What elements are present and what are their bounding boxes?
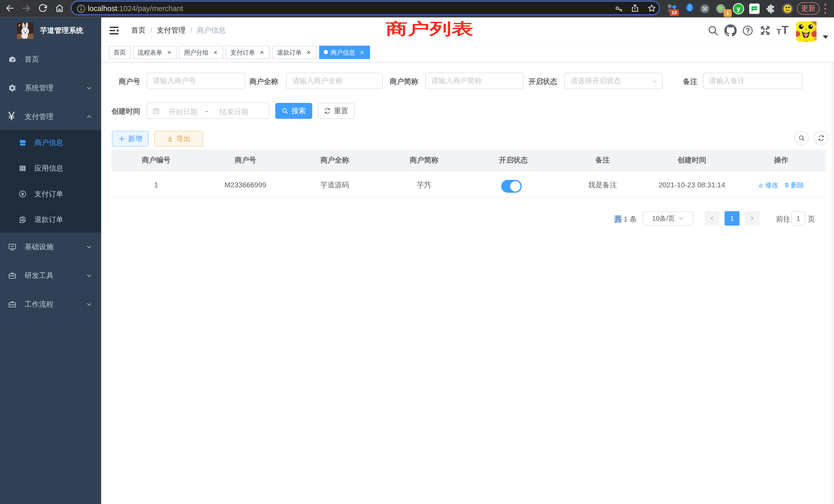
svg-text:y: y xyxy=(737,5,741,13)
svg-text:⌘: ⌘ xyxy=(702,6,708,12)
